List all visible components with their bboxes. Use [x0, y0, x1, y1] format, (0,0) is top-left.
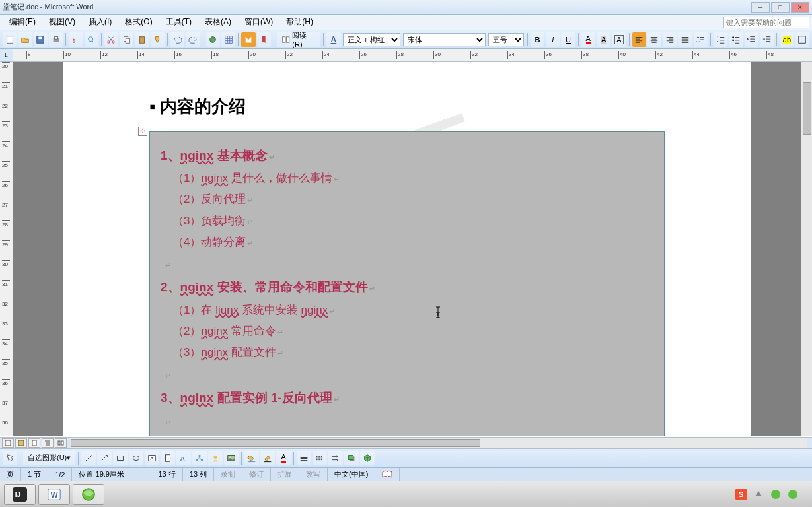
doc-heading[interactable]: 1、nginx 基本概念: [161, 144, 653, 168]
spellcheck-button[interactable]: §: [69, 32, 83, 47]
arrow-button[interactable]: [97, 451, 112, 465]
help-search-input[interactable]: [723, 17, 809, 28]
table-button[interactable]: [221, 32, 235, 47]
align-center-button[interactable]: [647, 32, 661, 47]
research-button[interactable]: [85, 32, 98, 47]
dash-style-button[interactable]: [313, 451, 327, 465]
bullets-button[interactable]: [729, 32, 743, 47]
status-overwrite[interactable]: 改写: [299, 468, 328, 481]
page-scroll[interactable]: 内容的介绍 ✢ 1、nginx 基本概念（1）nginx 是什么，做什么事情（2…: [13, 62, 801, 436]
rectangle-button[interactable]: [113, 451, 128, 465]
doc-item[interactable]: （2）nginx 常用命令: [161, 321, 653, 342]
arrow-style-button[interactable]: [328, 451, 343, 465]
decrease-indent-button[interactable]: [745, 32, 758, 47]
tray-up-icon[interactable]: [753, 489, 764, 500]
menu-format[interactable]: 格式(O): [118, 15, 159, 29]
vertical-scrollbar[interactable]: [801, 62, 812, 436]
status-revision[interactable]: 修订: [242, 468, 271, 481]
align-right-button[interactable]: [663, 32, 677, 47]
fill-color-button[interactable]: [244, 451, 259, 465]
horizontal-ruler[interactable]: L 81012141618202224262830323436384042444…: [0, 49, 812, 62]
fontsize-select[interactable]: 五号: [488, 33, 523, 46]
doc-item[interactable]: （4）动静分离: [161, 232, 653, 253]
doc-heading[interactable]: 3、nginx 配置实例 1-反向代理: [161, 386, 653, 410]
shadow-button[interactable]: [344, 451, 359, 465]
menu-insert[interactable]: 插入(I): [82, 15, 118, 29]
menu-view[interactable]: 视图(V): [42, 15, 82, 29]
undo-button[interactable]: [170, 32, 184, 47]
tray-green2-icon[interactable]: [787, 489, 799, 500]
picture-button[interactable]: [224, 451, 239, 465]
blank-line[interactable]: [161, 253, 653, 275]
autoshapes-button[interactable]: 自选图形(U) ▾: [23, 451, 75, 465]
status-book-icon[interactable]: [375, 468, 400, 481]
print-view-button[interactable]: [28, 438, 40, 448]
print-button[interactable]: [49, 32, 63, 47]
clipart-button[interactable]: [208, 451, 223, 465]
section-heading[interactable]: 内容的介绍: [149, 95, 665, 118]
scrollbar-thumb[interactable]: [803, 82, 811, 135]
blank-line[interactable]: [161, 410, 653, 432]
doc-item[interactable]: （1）在 liunx 系统中安装 nginx: [161, 300, 653, 321]
increase-indent-button[interactable]: [760, 32, 774, 47]
tray-green1-icon[interactable]: [770, 489, 782, 500]
copy-button[interactable]: [120, 32, 133, 47]
bookmark-button[interactable]: [257, 32, 271, 47]
style-select[interactable]: 正文 + 梅红: [343, 33, 400, 46]
hyperlink-button[interactable]: [206, 32, 220, 47]
save-button[interactable]: [34, 32, 48, 47]
char-shading-button[interactable]: A: [597, 32, 610, 47]
borders-button[interactable]: [795, 32, 809, 47]
move-handle-icon[interactable]: ✢: [138, 127, 147, 136]
line-spacing-button[interactable]: [694, 32, 708, 47]
status-record[interactable]: 录制: [214, 468, 242, 481]
textbox-button[interactable]: A: [145, 451, 159, 465]
cut-button[interactable]: [104, 32, 118, 47]
content-box[interactable]: ✢ 1、nginx 基本概念（1）nginx 是什么，做什么事情（2）反向代理（…: [149, 131, 665, 436]
align-left-button[interactable]: [632, 32, 646, 47]
web-view-button[interactable]: [15, 438, 27, 448]
wordart-button[interactable]: A: [176, 451, 191, 465]
hscroll-thumb[interactable]: [71, 439, 480, 447]
underline-button[interactable]: U: [561, 32, 575, 47]
vertical-textbox-button[interactable]: [161, 451, 175, 465]
outline-view-button[interactable]: [42, 438, 54, 448]
doc-item[interactable]: （2）反向代理: [161, 189, 653, 210]
menu-help[interactable]: 帮助(H): [279, 15, 320, 29]
font-color-button-2[interactable]: A: [276, 451, 291, 465]
menu-window[interactable]: 窗口(W): [238, 15, 279, 29]
taskbar-intellij-button[interactable]: IJ: [4, 484, 36, 505]
close-button[interactable]: ✕: [791, 2, 809, 13]
char-border-button[interactable]: A: [612, 32, 626, 47]
font-select[interactable]: 宋体: [403, 33, 486, 46]
blank-line[interactable]: [161, 363, 653, 386]
doc-heading[interactable]: 4、nginx 配置实例 2-负载均衡: [161, 432, 653, 436]
menu-edit[interactable]: 编辑(E): [3, 15, 42, 29]
line-style-button[interactable]: [297, 451, 311, 465]
column-button[interactable]: [241, 32, 255, 47]
minimize-button[interactable]: ─: [751, 2, 770, 13]
highlight-button[interactable]: ab: [780, 32, 794, 47]
taskbar-word-button[interactable]: W: [38, 484, 70, 505]
menu-table[interactable]: 表格(A): [198, 15, 238, 29]
oval-button[interactable]: [129, 451, 143, 465]
font-color-button[interactable]: A: [581, 32, 595, 47]
status-language[interactable]: 中文(中国): [328, 468, 375, 481]
paste-button[interactable]: [135, 32, 149, 47]
format-painter-button[interactable]: [151, 32, 165, 47]
doc-item[interactable]: （1）nginx 是什么，做什么事情: [161, 168, 653, 189]
line-button[interactable]: [81, 451, 96, 465]
numbering-button[interactable]: 12: [714, 32, 727, 47]
italic-button[interactable]: I: [546, 32, 560, 47]
3d-button[interactable]: [360, 451, 375, 465]
line-color-button[interactable]: [260, 451, 275, 465]
doc-item[interactable]: （3）负载均衡: [161, 211, 653, 232]
open-button[interactable]: [18, 32, 32, 47]
vertical-ruler[interactable]: 20212223242526272829303132333435363738: [0, 62, 13, 436]
bold-button[interactable]: B: [531, 32, 544, 47]
align-justify-button[interactable]: [678, 32, 692, 47]
new-button[interactable]: [3, 32, 17, 47]
normal-view-button[interactable]: [2, 438, 14, 448]
taskbar-ie-button[interactable]: [73, 484, 104, 505]
status-extend[interactable]: 扩展: [271, 468, 299, 481]
